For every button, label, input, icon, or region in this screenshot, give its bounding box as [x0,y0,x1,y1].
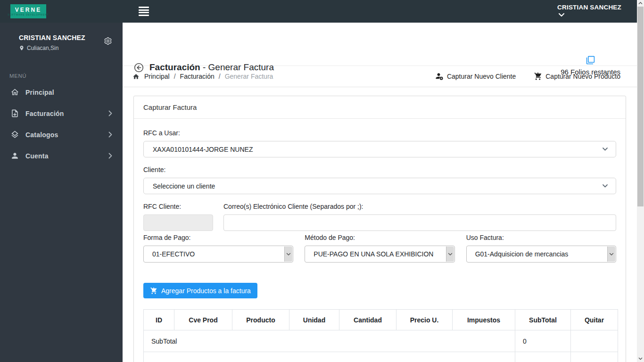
folios-text: 96 Folios restantes [561,68,620,76]
menu-toggle-icon[interactable] [139,7,149,16]
chevron-down-icon [448,253,453,256]
client-select-value: Seleccione un cliente [153,182,215,190]
person-add-icon [435,72,444,81]
invoice-use-select[interactable]: G01-Adquisicion de mercancias [466,246,616,263]
client-select[interactable]: Seleccione un cliente [143,178,616,194]
col-quitar: Quitar [571,310,618,330]
chevron-down-icon [558,13,565,17]
col-cantidad: Cantidad [339,310,396,330]
sidebar-item-cuenta[interactable]: Cuenta [0,145,123,166]
subtotal-value: 0 [515,330,571,352]
breadcrumb: Principal / Facturación / Generar Factur… [132,73,273,80]
folios-counter: 96 Folios restantes [561,56,620,76]
sidebar-item-label: Facturación [25,110,64,117]
chevron-right-icon [108,132,112,138]
payment-method-label: Método de Pago: [305,234,454,241]
scroll-up-icon[interactable] [637,0,644,7]
invoice-use-value: G01-Adquisicion de mercancias [475,250,569,258]
back-arrow-icon[interactable] [134,63,144,73]
sidebar-item-label: Principal [25,89,54,96]
sidebar-user-panel: CRISTIAN SANCHEZ Culiacan,Sin [0,23,123,60]
table-header-row: ID Cve Prod Producto Unidad Cantidad Pre… [144,310,618,330]
scrollbar-thumb[interactable] [637,7,644,206]
cart-add-icon [150,287,157,295]
card-title: Capturar Factura [134,96,626,119]
page-title: Facturación - Generar Factura [149,62,274,73]
col-producto: Producto [232,310,289,330]
payment-form-value: 01-EFECTIVO [152,250,195,258]
topbar: VERNE SOFTWARE DEVELOPMENT CRISTIAN SANC… [0,0,644,23]
capture-invoice-card: Capturar Factura RFC a Usar: XAXA0101014… [133,96,626,362]
chevron-down-icon [286,253,291,256]
select-arrow [284,247,292,262]
select-arrow [607,247,615,262]
sidebar-item-catalogos[interactable]: Catalogos [0,124,123,145]
col-unidad: Unidad [289,310,339,330]
payment-form-select[interactable]: 01-EFECTIVO [143,246,293,263]
sidebar-item-label: Cuenta [25,152,49,160]
new-client-link[interactable]: Capturar Nuevo Cliente [435,72,516,81]
invoice-use-label: Uso Factura: [466,234,616,241]
app-window: VERNE SOFTWARE DEVELOPMENT CRISTIAN SANC… [0,0,644,362]
invoice-add-icon [10,109,19,118]
table-row-partial [144,352,618,362]
scrollbar[interactable] [637,0,644,362]
sidebar-user-name: CRISTIAN SANCHEZ [19,34,113,41]
home-icon[interactable] [132,73,140,80]
user-menu[interactable]: CRISTIAN SANCHEZ [557,4,621,17]
chevron-down-icon [609,253,614,256]
layers-icon [10,130,19,139]
payment-method-select[interactable]: PUE-PAGO EN UNA SOLA EXHIBICION [305,246,454,263]
client-email-field[interactable] [223,214,616,231]
gear-icon[interactable] [104,37,112,45]
subtotal-label: SubTotal [144,330,515,352]
breadcrumb-facturacion[interactable]: Facturación [180,73,215,80]
select-arrow [446,247,454,262]
brand-name: VERNE [15,7,41,13]
main-content: Facturación - Generar Factura 96 Folios … [123,23,644,362]
payment-form-label: Forma de Pago: [143,234,293,241]
copies-icon[interactable] [586,56,595,65]
home-icon [10,88,19,97]
breadcrumb-current: Generar Factura [225,73,273,80]
chevron-down-icon [602,184,608,188]
col-subtotal: SubTotal [515,310,571,330]
sidebar-user-location: Culiacan,Sin [27,45,58,51]
sidebar-menu-label: MENÚ [0,60,123,82]
user-menu-name: CRISTIAN SANCHEZ [557,4,621,11]
user-icon [10,151,19,160]
rfc-select[interactable]: XAXA010101444-JORGE NUNEZ [143,141,616,157]
scroll-down-icon[interactable] [637,355,644,362]
subtotal-empty-cell [571,330,618,352]
sidebar-item-principal[interactable]: Principal [0,82,123,103]
client-email-label: Correo(s) Electrónico Cliente (Separados… [223,203,616,210]
chevron-down-icon [602,147,608,151]
new-client-label: Capturar Nuevo Cliente [447,73,516,80]
col-cve-prod: Cve Prod [174,310,232,330]
col-impuestos: Impuestos [453,310,515,330]
page-header: Facturación - Generar Factura 96 Folios … [123,23,644,66]
col-id: ID [144,310,174,330]
subtotal-row: SubTotal 0 [144,330,618,352]
payment-method-value: PUE-PAGO EN UNA SOLA EXHIBICION [314,250,433,258]
rfc-select-value: XAXA010101444-JORGE NUNEZ [153,146,253,153]
content-area: Capturar Factura RFC a Usar: XAXA0101014… [123,87,644,362]
brand-tagline: SOFTWARE DEVELOPMENT [8,13,49,16]
sidebar-nav: Principal Facturación Catalogos Cuenta [0,82,123,166]
breadcrumb-separator: / [174,73,176,80]
sidebar: CRISTIAN SANCHEZ Culiacan,Sin MENÚ Princ… [0,23,123,362]
breadcrumb-separator: / [219,73,221,80]
sidebar-item-facturacion[interactable]: Facturación [0,103,123,124]
sidebar-item-label: Catalogos [25,131,58,139]
client-rfc-label: RFC Cliente: [143,203,213,210]
cart-add-icon [534,72,542,81]
col-precio: Precio U. [396,310,453,330]
client-rfc-field [143,214,213,231]
brand-logo[interactable]: VERNE SOFTWARE DEVELOPMENT [10,4,46,18]
add-products-label: Agregar Productos a la factura [161,287,251,295]
add-products-button[interactable]: Agregar Productos a la factura [143,283,257,298]
chevron-right-icon [108,110,112,116]
breadcrumb-principal[interactable]: Principal [144,73,170,80]
rfc-label: RFC a Usar: [143,129,616,137]
chevron-right-icon [108,153,112,159]
